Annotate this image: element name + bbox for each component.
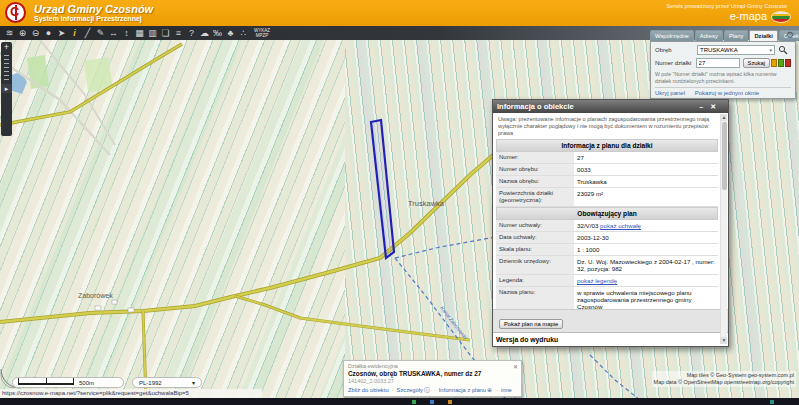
table-row: Nazwa planu:w sprawie uchwalenia miejsco…	[496, 287, 718, 309]
village-label-truskawka: Truskawka	[408, 199, 445, 208]
print-version-link[interactable]: Wersja do wydruku	[493, 332, 728, 346]
pan-vertical-icon[interactable]: ↕	[120, 27, 133, 40]
obreb-label: Obręb	[655, 47, 697, 53]
emapa-brand[interactable]: e-mapa	[730, 10, 767, 22]
app-header: C Urząd Gminy Czosnów System Informacji …	[0, 0, 799, 26]
close-icon[interactable]: ✕	[710, 103, 716, 110]
popup-link-1[interactable]: Szczegóły	[397, 387, 423, 393]
stream-dashed	[590, 355, 640, 398]
numer-dzialki-label: Numer działki	[655, 60, 696, 66]
close-icon[interactable]: ✕	[513, 363, 518, 370]
info-window-titlebar[interactable]: – ✕ Informacja o obiekcie	[493, 100, 728, 113]
crs-selector[interactable]: PL-1992 ▾	[132, 377, 202, 388]
layer-color-chip-2[interactable]	[785, 59, 791, 67]
search-icon[interactable]	[778, 45, 788, 55]
szukaj-button[interactable]: Szukaj	[743, 58, 770, 68]
zoom-in-button[interactable]: +	[1, 42, 12, 52]
tab-adresy[interactable]: Adresy	[695, 30, 723, 41]
scale-bar: 500m	[12, 377, 124, 388]
settings-gear-icon[interactable]: ⚙	[786, 30, 794, 40]
gmina-czosnow-crest-logo: C	[5, 2, 26, 23]
search-panel: WspółrzędneAdresyPlanyDziałkiObiekty Obr…	[650, 30, 796, 99]
scroll-down-icon[interactable]: ▼	[721, 337, 727, 344]
forest-icon[interactable]: ♣	[224, 27, 237, 40]
popup-link-0[interactable]: Zbliż do obiektu	[348, 387, 389, 393]
parcel-title: Czosnów, obręb TRUSKAWKA, numer dz 27	[348, 370, 517, 377]
pan-horizontal-icon[interactable]: ↔	[107, 27, 120, 40]
row-link[interactable]: pokaż legendę	[577, 277, 617, 284]
chevron-down-icon: ▾	[769, 47, 772, 53]
parcel-popup-links: Zbliż do obiektu·Szczegółyⓘ·Informacja z…	[348, 386, 517, 395]
draw-icon[interactable]: ✎	[94, 27, 107, 40]
building	[112, 300, 117, 304]
cloud-download-icon[interactable]: ☁	[198, 27, 211, 40]
split-view-icon[interactable]: ▥	[146, 27, 159, 40]
table-row: Nazwa obrębu:Truskawka	[496, 176, 718, 188]
building	[95, 306, 101, 310]
hide-panel-link[interactable]: Ukryj panel	[655, 90, 685, 96]
table-row: Powierzchnia działki (geometryczna):2302…	[496, 188, 718, 207]
selected-parcel-27[interactable]	[371, 120, 394, 258]
section-header: Obowiązujący plan	[496, 207, 718, 220]
help-icon[interactable]: ?	[185, 27, 198, 40]
obreb-select[interactable]: TRUSKAWKA ▾	[697, 45, 775, 55]
select-pointer-icon[interactable]: ➤	[55, 27, 68, 40]
chevron-down-icon: ▾	[192, 379, 195, 386]
zoom-control[interactable]: + ▸	[1, 42, 12, 136]
identify-icon[interactable]: i	[68, 27, 81, 40]
numer-dzialki-input[interactable]	[696, 58, 740, 68]
single-window-link[interactable]: Pokazuj w jednym oknie	[695, 90, 759, 96]
hatch-layer-icon[interactable]: ≡	[172, 27, 185, 40]
zoom-slider-tick[interactable]	[4, 55, 9, 56]
info-icon[interactable]: ⓘ	[424, 387, 430, 393]
village-label-zaborowek: Zaborówek	[78, 292, 113, 299]
table-row: Numer obrębu:0033	[496, 164, 718, 176]
plan-warning-text: Uwaga: prezentowane informacje o planach…	[496, 115, 718, 139]
popup-link-2[interactable]: Informacja z planu	[439, 387, 486, 393]
emapa-logo-icon	[771, 11, 791, 23]
parcel-id: 141402_2.0033.27	[348, 378, 517, 384]
road	[235, 296, 470, 340]
parcel-type-label: Działka ewidencyjna	[348, 363, 517, 369]
tab-współrzędne[interactable]: Współrzędne	[650, 30, 694, 41]
minimize-icon[interactable]: –	[699, 103, 703, 110]
info-window-body: Uwaga: prezentowane informacje o planach…	[493, 113, 728, 309]
legend-chips	[770, 59, 791, 67]
info-scrollbar[interactable]: ▲ ▼	[720, 114, 727, 344]
section-header: Informacja z planu dla działki	[496, 139, 718, 152]
zoom-in-icon[interactable]: ⊕	[16, 27, 29, 40]
building	[128, 308, 134, 312]
scroll-thumb[interactable]	[722, 122, 727, 190]
layer-color-chip-0[interactable]	[771, 59, 777, 67]
service-note: Serwis prowadzony przez Urząd Gminy Czos…	[667, 3, 787, 9]
table-row: Numer:27	[496, 152, 718, 164]
os-taskbar-sliver	[0, 398, 799, 405]
pan-right-button[interactable]: ▸	[1, 84, 12, 93]
scale-label: 500m	[79, 380, 94, 386]
road-casing	[235, 296, 470, 340]
wykaz-mpzp-button[interactable]: WYKAZMPZP	[254, 28, 270, 38]
percent-icon[interactable]: ‰	[211, 27, 224, 40]
measure-line-icon[interactable]: ╱	[81, 27, 94, 40]
tab-plany[interactable]: Plany	[724, 30, 749, 41]
full-extent-icon[interactable]: ●	[42, 27, 55, 40]
zoom-out-icon[interactable]: ⊖	[29, 27, 42, 40]
plan-info-table: Informacja z planu dla działkiNumer:27 N…	[496, 139, 718, 309]
popup-link-3[interactable]: inne	[501, 387, 512, 393]
object-info-window: – ✕ Informacja o obiekcie Uwaga: prezent…	[492, 99, 729, 347]
search-hint: W pole "Numer działki" można wpisać kilk…	[655, 71, 791, 84]
scroll-up-icon[interactable]: ▲	[721, 114, 727, 121]
gallery-icon[interactable]: ❏	[159, 27, 172, 40]
layer-color-chip-1[interactable]	[778, 59, 784, 67]
main-road	[0, 115, 540, 322]
row-link[interactable]: pokaż uchwałę	[600, 222, 641, 229]
page-subtitle: System Informacji Przestrzennej	[34, 15, 142, 22]
plus-icon[interactable]: ⊕	[487, 387, 492, 393]
show-plan-on-map-button[interactable]: Pokaż plan na mapie	[499, 319, 563, 329]
tab-działki[interactable]: Działki	[749, 30, 777, 41]
transparency-icon[interactable]: ▦	[133, 27, 146, 40]
search-tabs: WspółrzędneAdresyPlanyDziałkiObiekty	[650, 30, 796, 41]
road-casing	[0, 115, 540, 322]
points-icon[interactable]: ∴	[237, 27, 250, 40]
layers-icon[interactable]: ≋	[3, 27, 16, 40]
